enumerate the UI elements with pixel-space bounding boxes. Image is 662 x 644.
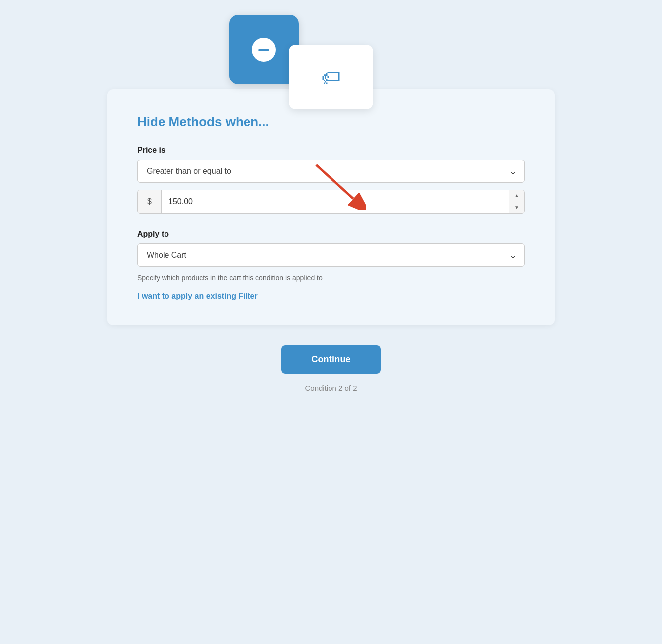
main-card: Hide Methods when... Price is Greater th… [107,89,555,325]
price-input-arrow-container: $ ▲ ▼ [137,190,525,214]
price-operator-select[interactable]: Greater than or equal to Less than or eq… [137,160,525,183]
top-icons-container: 🏷 [229,15,373,109]
minus-circle [252,38,276,62]
stepper-down-button[interactable]: ▼ [509,202,524,214]
price-label: Price is [137,146,525,155]
apply-to-select[interactable]: Whole Cart Specific Products Specific Ca… [137,243,525,267]
tag-icon: 🏷 [321,66,341,88]
condition-status: Condition 2 of 2 [305,384,357,392]
page-title: Hide Methods when... [137,114,525,130]
apply-existing-filter-link[interactable]: I want to apply an existing Filter [137,292,258,300]
minus-icon [258,49,269,51]
currency-symbol: $ [138,190,162,213]
apply-to-help-text: Specify which products in the cart this … [137,274,525,282]
price-stepper: ▲ ▼ [509,190,524,213]
price-operator-wrapper: Greater than or equal to Less than or eq… [137,160,525,183]
price-value-input[interactable] [162,190,509,213]
white-tag-tile[interactable]: 🏷 [289,45,373,109]
blue-minus-tile[interactable] [229,15,299,84]
apply-to-label: Apply to [137,230,525,239]
stepper-up-button[interactable]: ▲ [509,190,524,202]
continue-button[interactable]: Continue [281,345,381,374]
price-input-wrapper: $ ▲ ▼ [137,190,525,214]
apply-to-wrapper: Whole Cart Specific Products Specific Ca… [137,243,525,267]
